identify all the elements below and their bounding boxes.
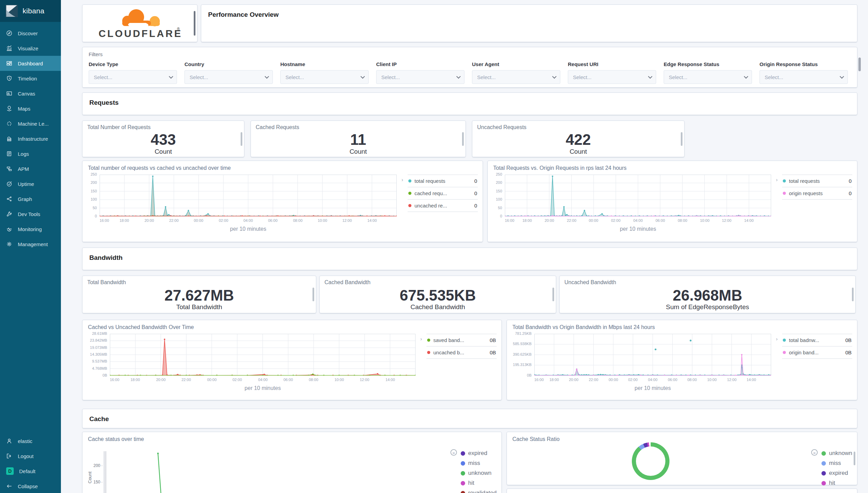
chart-legend: › saved band... 0B uncached b... 0B <box>426 332 497 392</box>
panel-resize-handle[interactable] <box>854 452 855 465</box>
x-axis-tick: 10:00 <box>700 218 710 223</box>
x-axis-tick: 20:00 <box>156 378 166 382</box>
filter-user-agent: User Agent Select... <box>472 61 560 84</box>
sidebar-footer-elastic[interactable]: elastic <box>0 433 61 448</box>
legend-item[interactable]: uncached b... 0B <box>426 346 497 359</box>
user-icon <box>6 438 12 444</box>
legend-item[interactable]: total badnw... 0B <box>782 334 852 346</box>
legend-label: uncached b... <box>433 350 487 355</box>
legend-item[interactable]: expired <box>821 470 852 477</box>
sidebar-item-dev-tools[interactable]: Dev Tools <box>0 206 61 222</box>
chart-body: 05010015020025016:0018:0020:0022:0000:00… <box>82 173 483 233</box>
sidebar-item-label: Canvas <box>18 91 35 97</box>
legend-item[interactable]: total requests 0 <box>782 175 852 187</box>
metric-value-block: 26.968MB Sum of EdgeResponseBytes <box>560 286 855 313</box>
legend-label: unknown <box>829 450 852 457</box>
cache-status-ratio-donut[interactable] <box>632 442 669 480</box>
legend-item[interactable]: origin requests 0 <box>782 187 852 200</box>
y-axis-tick: 150 <box>87 189 97 193</box>
filter-select[interactable]: Select... <box>89 70 177 84</box>
legend-item[interactable]: hit <box>821 480 852 486</box>
legend-dot-icon <box>821 481 826 485</box>
filter-select[interactable]: Select... <box>760 70 848 84</box>
sidebar-footer-logout[interactable]: Logout <box>0 448 61 464</box>
legend-collapse-icon[interactable]: › <box>776 177 778 182</box>
legend-collapse-icon[interactable]: › <box>420 336 422 342</box>
legend-collapse-icon[interactable]: » <box>811 449 818 456</box>
filter-origin-response-status: Origin Response Status Select... <box>760 61 848 84</box>
sidebar-footer-default[interactable]: DDefault <box>0 464 61 479</box>
panel-resize-handle[interactable] <box>552 288 554 301</box>
y-axis-tick: 9.537MB <box>87 359 107 363</box>
filter-edge-response-status: Edge Response Status Select... <box>664 61 752 84</box>
sidebar-item-label: Management <box>18 241 48 247</box>
legend-item[interactable]: revalidated <box>461 490 497 493</box>
legend-collapse-icon[interactable]: » <box>450 449 457 456</box>
filter-select[interactable]: Select... <box>280 70 369 84</box>
filter-select[interactable]: Select... <box>184 70 273 84</box>
sidebar-item-monitoring[interactable]: Monitoring <box>0 222 61 237</box>
vis-title: Total number of requests vs cached vs un… <box>82 161 483 171</box>
legend-item[interactable]: cached requ... 0 <box>408 187 478 199</box>
filter-select[interactable]: Select... <box>376 70 464 84</box>
legend-item[interactable]: origin band... 0B <box>782 346 852 359</box>
y-axis-tick: 781.25KB <box>512 331 532 336</box>
legend-item[interactable]: total requests 0 <box>408 175 478 187</box>
legend-dot-icon <box>783 339 786 342</box>
legend-item[interactable]: saved band... 0B <box>426 334 497 346</box>
sidebar-item-canvas[interactable]: Canvas <box>0 86 61 101</box>
cloudflare-logo: CLOUDFLARE ® <box>97 7 183 40</box>
sidebar-item-management[interactable]: Management <box>0 237 61 252</box>
metric-value: 27.627MB <box>164 288 234 303</box>
panel-resize-handle[interactable] <box>852 288 854 301</box>
page-scrollbar[interactable] <box>858 58 861 71</box>
sidebar-item-discover[interactable]: Discover <box>0 26 61 41</box>
metric-unit: Count <box>155 148 172 155</box>
legend-collapse-icon[interactable]: › <box>776 336 778 342</box>
legend-dot-icon <box>821 471 826 476</box>
y-axis-tick: 0B <box>87 373 107 377</box>
sidebar-item-machine-le-[interactable]: Machine Le... <box>0 116 61 131</box>
filter-select[interactable]: Select... <box>472 70 560 84</box>
sidebar-item-dashboard[interactable]: Dashboard <box>0 56 61 71</box>
header-row: CLOUDFLARE ® Performance Overview <box>82 4 857 42</box>
legend-collapse-icon[interactable]: › <box>401 177 403 182</box>
sidebar-item-visualize[interactable]: Visualize <box>0 41 61 56</box>
filter-select[interactable]: Select... <box>664 70 752 84</box>
filter-select[interactable]: Select... <box>568 70 656 84</box>
panel-resize-handle[interactable] <box>462 132 464 146</box>
sidebar-item-apm[interactable]: APM <box>0 161 61 176</box>
legend-item[interactable]: uncached re... 0 <box>408 199 478 212</box>
metric-title: Cached Requests <box>251 121 465 130</box>
legend-item[interactable]: miss <box>821 460 852 467</box>
legend-item[interactable]: unknown <box>461 470 497 477</box>
y-axis-tick: 390.625KB <box>512 352 532 356</box>
panel-resize-handle[interactable] <box>194 11 195 36</box>
sidebar-item-label: Graph <box>18 196 32 202</box>
legend-item[interactable]: expired <box>461 450 497 457</box>
chevron-down-icon <box>744 74 748 79</box>
chart-body: 05010015020025016:0018:0020:0022:0000:00… <box>488 173 857 233</box>
sidebar-item-graph[interactable]: Graph <box>0 191 61 206</box>
sidebar-footer-collapse[interactable]: Collapse <box>0 479 61 493</box>
panel-resize-handle[interactable] <box>241 132 242 146</box>
sidebar-item-infrastructure[interactable]: Infrastructure <box>0 131 61 146</box>
svg-text:CLOUDFLARE: CLOUDFLARE <box>99 28 182 39</box>
monitoring-icon <box>6 226 12 232</box>
panel-resize-handle[interactable] <box>681 132 682 146</box>
legend-item[interactable]: miss <box>461 460 497 467</box>
sidebar-item-timelion[interactable]: Timelion <box>0 71 61 86</box>
chart-plot: 0B195.313KB390.625KB585.938KB781.25KB16:… <box>512 332 773 392</box>
page-title: Performance Overview <box>201 5 857 25</box>
sidebar-item-uptime[interactable]: Uptime <box>0 176 61 191</box>
chevron-down-icon <box>360 74 365 79</box>
panel-resize-handle[interactable] <box>312 288 314 301</box>
legend-item[interactable]: hit <box>461 480 497 486</box>
x-axis-title: per 10 minutes <box>100 226 397 232</box>
legend-item[interactable]: unknown <box>821 450 852 457</box>
sidebar-item-logs[interactable]: Logs <box>0 146 61 161</box>
vis-title: Total Bandwidth vs Origin Bandwidth in M… <box>507 320 857 330</box>
sidebar-item-maps[interactable]: Maps <box>0 101 61 116</box>
requests-metrics-row: Total Number of Requests 433 Count Cache… <box>82 121 857 157</box>
x-axis-tick: 06:00 <box>283 378 293 382</box>
